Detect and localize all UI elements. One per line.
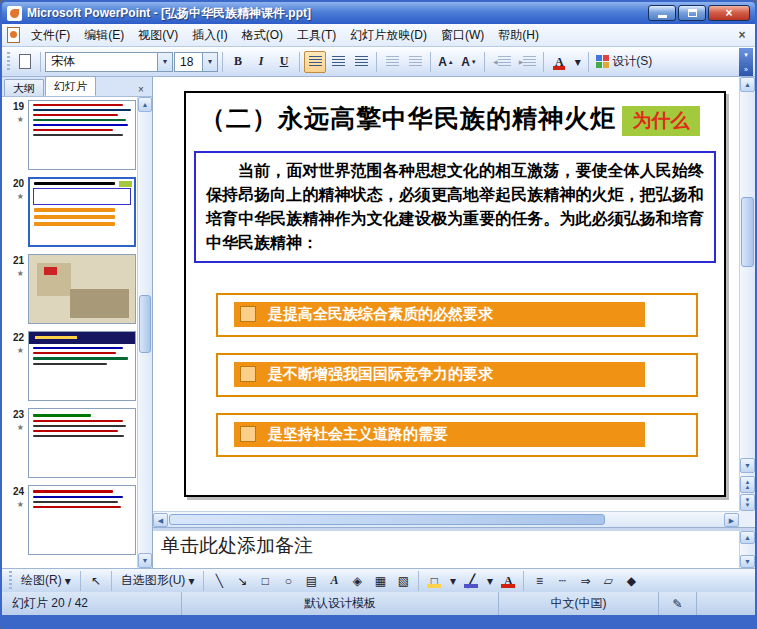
- scroll-left-button[interactable]: ◀: [153, 513, 168, 527]
- notes-scroll-down-button[interactable]: ▼: [740, 555, 755, 568]
- font-name-select[interactable]: 宋体 ▾: [45, 52, 173, 72]
- slide-20-row[interactable]: 20 ★: [4, 177, 136, 247]
- slide[interactable]: （二）永远高擎中华民族的精神火炬 为什么 当前，面对世界范围各种思想文化的相互激…: [184, 91, 726, 497]
- menu-file[interactable]: 文件(F): [24, 24, 77, 47]
- menu-tools[interactable]: 工具(T): [290, 24, 343, 47]
- scroll-down-button[interactable]: ▼: [740, 458, 755, 473]
- underline-button[interactable]: U: [273, 51, 295, 73]
- slide-thumbnail[interactable]: [28, 254, 136, 324]
- align-center-button[interactable]: [327, 51, 349, 73]
- notes-scroll-up-button[interactable]: ▲: [740, 531, 755, 544]
- slide-title[interactable]: （二）永远高擎中华民族的精神火炬: [200, 105, 628, 134]
- menu-format[interactable]: 格式(O): [235, 24, 290, 47]
- chevron-down-icon[interactable]: ▾: [157, 53, 172, 71]
- autoshapes-menu-button[interactable]: 自选图形(U) ▾: [116, 571, 200, 591]
- slide-23-row[interactable]: 23 ★: [4, 408, 136, 478]
- slide-design-button[interactable]: 设计(S): [593, 51, 655, 73]
- slide-21-row[interactable]: 21 ★: [4, 254, 136, 324]
- document-close-icon[interactable]: ×: [732, 26, 752, 44]
- vertical-scroll-thumb[interactable]: [741, 197, 754, 267]
- wordart-button[interactable]: A: [323, 571, 345, 591]
- spellcheck-icon[interactable]: ✎: [659, 592, 697, 615]
- why-badge[interactable]: 为什么: [622, 106, 700, 136]
- slide-canvas[interactable]: （二）永远高擎中华民族的精神火炬 为什么 当前，面对世界范围各种思想文化的相互激…: [153, 77, 739, 511]
- previous-slide-button[interactable]: ▲▲: [740, 476, 755, 493]
- menu-slideshow[interactable]: 幻灯片放映(D): [343, 24, 434, 47]
- menu-window[interactable]: 窗口(W): [434, 24, 491, 47]
- pane-scrollbar[interactable]: ▲ ▼: [137, 97, 152, 568]
- align-right-button[interactable]: [350, 51, 372, 73]
- diagram-button[interactable]: ◈: [346, 571, 368, 591]
- font-size-select[interactable]: 18 ▾: [174, 52, 218, 72]
- draw-menu-button[interactable]: 绘图(R) ▾: [16, 571, 76, 591]
- bold-button[interactable]: B: [227, 51, 249, 73]
- new-slide-button[interactable]: [14, 51, 36, 73]
- next-slide-button[interactable]: ▼▼: [740, 494, 755, 511]
- tab-outline[interactable]: 大纲: [4, 79, 44, 96]
- pane-scroll-down-button[interactable]: ▼: [138, 553, 152, 568]
- clipart-button[interactable]: ▦: [369, 571, 391, 591]
- dash-style-button[interactable]: ┄: [551, 571, 573, 591]
- menu-help[interactable]: 帮助(H): [491, 24, 546, 47]
- chevron-down-icon[interactable]: ▾: [202, 53, 217, 71]
- slide-thumbnail[interactable]: [28, 331, 136, 401]
- line-style-button[interactable]: ≡: [528, 571, 550, 591]
- tab-slides[interactable]: 幻灯片: [45, 76, 96, 96]
- italic-button[interactable]: I: [250, 51, 272, 73]
- rectangle-tool-button[interactable]: □: [254, 571, 276, 591]
- vertical-scrollbar[interactable]: ▲ ▼ ▲▲ ▼▼: [739, 77, 755, 511]
- arrow-style-button[interactable]: ⇒: [574, 571, 596, 591]
- scroll-up-button[interactable]: ▲: [740, 77, 755, 92]
- menu-insert[interactable]: 插入(I): [185, 24, 234, 47]
- select-pointer-button[interactable]: ↖: [85, 571, 107, 591]
- slide-22-row[interactable]: 22 ★: [4, 331, 136, 401]
- language-status[interactable]: 中文(中国): [499, 592, 659, 615]
- horizontal-scroll-thumb[interactable]: [169, 514, 605, 525]
- menu-view[interactable]: 视图(V): [131, 24, 185, 47]
- title-bar[interactable]: Microsoft PowerPoint - [弘扬中华民族精神课件.ppt] …: [2, 2, 755, 24]
- menu-edit[interactable]: 编辑(E): [77, 24, 131, 47]
- slide-thumbnail[interactable]: [28, 100, 136, 170]
- line-tool-button[interactable]: ╲: [208, 571, 230, 591]
- decrease-font-button[interactable]: A▼: [458, 51, 480, 73]
- shadow-style-button[interactable]: ▱: [597, 571, 619, 591]
- insert-picture-button[interactable]: ▧: [392, 571, 414, 591]
- toolbar-drag-handle[interactable]: [7, 52, 10, 72]
- font-color-dropdown[interactable]: ▾: [571, 51, 584, 73]
- restore-button[interactable]: [678, 5, 706, 21]
- scroll-right-button[interactable]: ▶: [724, 513, 739, 527]
- slide-24-row[interactable]: 24 ★: [4, 485, 136, 555]
- pane-scroll-thumb[interactable]: [139, 295, 151, 353]
- increase-font-button[interactable]: A▲: [435, 51, 457, 73]
- design-template-status[interactable]: 默认设计模板: [182, 592, 499, 615]
- slide-thumbnail[interactable]: [28, 408, 136, 478]
- fill-color-dropdown[interactable]: ▾: [446, 571, 459, 591]
- threed-style-button[interactable]: ◆: [620, 571, 642, 591]
- line-color-dropdown[interactable]: ▾: [483, 571, 496, 591]
- oval-tool-button[interactable]: ○: [277, 571, 299, 591]
- slide-thumbnail[interactable]: [28, 485, 136, 555]
- font-color-button[interactable]: A: [548, 51, 570, 73]
- textbox-tool-button[interactable]: ▤: [300, 571, 322, 591]
- notes-scrollbar[interactable]: ▲ ▼: [739, 531, 755, 568]
- slide-19-row[interactable]: 19 ★: [4, 100, 136, 170]
- slide-body-text[interactable]: 当前，面对世界范围各种思想文化的相互激荡，要使全体人民始终保持昂扬向上的精神状态…: [194, 151, 716, 263]
- slide-thumbnail-selected[interactable]: [28, 177, 136, 247]
- close-button[interactable]: ×: [708, 5, 750, 21]
- notes-placeholder[interactable]: 单击此处添加备注: [161, 535, 313, 556]
- line-color-button[interactable]: ╱: [460, 571, 482, 591]
- point-box-2[interactable]: 是不断增强我国国际竞争力的要求: [216, 353, 698, 397]
- point-box-3[interactable]: 是坚持社会主义道路的需要: [216, 413, 698, 457]
- pane-close-icon[interactable]: ×: [134, 82, 148, 96]
- font-color-button[interactable]: A: [497, 571, 519, 591]
- pane-scroll-up-button[interactable]: ▲: [138, 97, 152, 112]
- point-box-1[interactable]: 是提高全民族综合素质的必然要求: [216, 293, 698, 337]
- fill-color-button[interactable]: □: [423, 571, 445, 591]
- toolbar-options-button[interactable]: ▾ »: [739, 48, 753, 76]
- align-left-button[interactable]: [304, 51, 326, 73]
- notes-pane[interactable]: 单击此处添加备注 ▲ ▼: [153, 531, 755, 568]
- arrow-tool-button[interactable]: ↘: [231, 571, 253, 591]
- horizontal-scrollbar[interactable]: ◀ ▶: [153, 511, 739, 527]
- minimize-button[interactable]: [648, 5, 676, 21]
- toolbar-drag-handle[interactable]: [9, 571, 12, 591]
